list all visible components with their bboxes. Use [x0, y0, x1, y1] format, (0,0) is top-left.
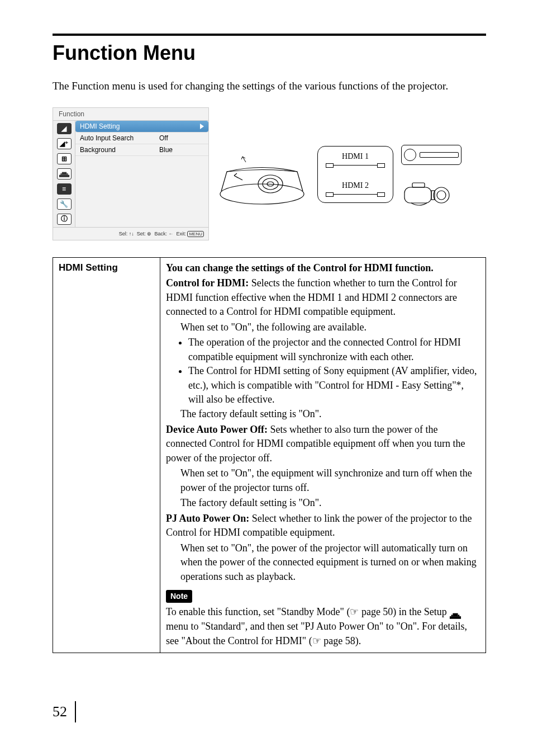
note-pre: To enable this function, set "Standby Mo…	[166, 606, 350, 617]
svg-point-4	[220, 184, 304, 204]
note-section: Note To enable this function, set "Stand…	[166, 585, 480, 649]
dapo-default: The factory default setting is "On".	[166, 496, 480, 511]
pointer-icon: ☞	[350, 606, 359, 617]
osd-row-label: Background	[80, 146, 159, 154]
screen-icon: ⊞	[57, 153, 72, 164]
hdmi2-label: HDMI 2	[326, 181, 385, 190]
control-label: Control for HDMI:	[166, 277, 249, 289]
list-item: The Control for HDMI setting of Sony equ…	[188, 364, 480, 407]
pointer-icon: ☞	[312, 635, 321, 646]
setup-menu-icon	[449, 609, 461, 617]
row-content: You can change the settings of the Contr…	[160, 257, 486, 653]
hdmi1-block: HDMI 1	[326, 152, 385, 168]
camcorder-icon	[401, 179, 457, 207]
svg-rect-8	[404, 187, 431, 203]
osd-row-value	[155, 122, 200, 130]
svg-rect-15	[451, 615, 453, 616]
svg-rect-1	[61, 172, 66, 174]
svg-rect-16	[458, 615, 460, 616]
installation-icon: 🔧	[57, 199, 72, 210]
function-icon: ≡	[57, 183, 72, 195]
svg-rect-2	[60, 173, 62, 175]
svg-rect-3	[66, 173, 68, 175]
note-pageref2: page 58).	[321, 635, 361, 646]
projector-illustration: HDMI 1 HDMI 2	[215, 107, 486, 208]
page-number-value: 52	[53, 703, 67, 720]
lead-sentence: You can change the settings of the Contr…	[166, 261, 480, 276]
page-title: Function Menu	[53, 41, 486, 65]
hdmi1-cable-icon	[326, 163, 385, 168]
list-item: The operation of the projector and the c…	[188, 336, 480, 364]
svg-rect-14	[453, 613, 458, 616]
footer-set: Set:	[137, 231, 146, 237]
svg-rect-0	[59, 174, 69, 177]
info-icon: ⓘ	[57, 214, 72, 225]
note-badge: Note	[166, 590, 192, 603]
spec-table: HDMI Setting You can change the settings…	[53, 257, 486, 654]
osd-icon-column: ◢ ◢⁺ ⊞ ≡ 🔧 ⓘ	[53, 121, 75, 227]
dapo-label: Device Auto Power Off:	[166, 424, 268, 435]
bluray-player-icon	[401, 145, 461, 165]
osd-row-value: Blue	[159, 146, 204, 154]
title-rule	[53, 34, 486, 36]
osd-row-auto-input[interactable]: Auto Input Search Off	[75, 133, 208, 144]
osd-row-background[interactable]: Background Blue	[75, 144, 208, 156]
pjon-on-line: When set to "On", the power of the proje…	[166, 541, 480, 584]
footer-menu-badge: MENU	[187, 231, 204, 237]
note-pageref1: page 50) in the Setup	[359, 606, 449, 617]
hdmi-ports: HDMI 1 HDMI 2	[317, 146, 393, 203]
devices	[401, 141, 461, 207]
footer-exit: Exit:	[176, 231, 186, 237]
setup-icon	[57, 168, 72, 179]
pj-auto-power-on: PJ Auto Power On: Select whether to link…	[166, 512, 480, 540]
osd-row-label: Auto Input Search	[80, 134, 159, 142]
page-number: 52	[53, 702, 76, 724]
dapo-on-line: When set to "On", the equipment will syn…	[166, 466, 480, 495]
svg-point-10	[437, 191, 446, 200]
osd-row-hdmi-setting[interactable]: HDMI Setting	[75, 121, 208, 133]
osd-footer: Sel: ↑↓ Set: ⊕ Back: ← Exit: MENU	[53, 227, 208, 240]
osd-rows: HDMI Setting Auto Input Search Off Backg…	[75, 121, 208, 227]
chevron-right-icon	[200, 124, 204, 129]
svg-rect-12	[412, 183, 425, 187]
note-text: To enable this function, set "Standby Mo…	[166, 605, 480, 648]
projector-icon	[215, 141, 310, 208]
osd-menu-header: Function	[53, 108, 208, 120]
control-on-line: When set to "On", the following are avai…	[166, 320, 480, 335]
device-auto-power-off: Device Auto Power Off: Sets whether to a…	[166, 423, 480, 466]
intro-text: The Function menu is used for changing t…	[53, 78, 486, 94]
footer-sel: Sel:	[119, 231, 128, 237]
control-for-hdmi: Control for HDMI: Selects the function w…	[166, 276, 480, 319]
pjon-label: PJ Auto Power On:	[166, 513, 249, 524]
osd-menu-body: ◢ ◢⁺ ⊞ ≡ 🔧 ⓘ HDMI Setting	[53, 120, 208, 227]
adv-picture-icon: ◢⁺	[57, 138, 72, 149]
hdmi2-block: HDMI 2	[326, 181, 385, 197]
osd-row-label: HDMI Setting	[80, 122, 155, 130]
hdmi2-cable-icon	[326, 192, 385, 197]
row-heading: HDMI Setting	[53, 257, 160, 653]
svg-point-9	[434, 187, 449, 203]
osd-row-value: Off	[159, 134, 204, 142]
osd-menu-panel: Function ◢ ◢⁺ ⊞ ≡ 🔧 ⓘ HDMI Setting	[53, 107, 209, 240]
control-bullets: The operation of the projector and the c…	[188, 336, 480, 407]
footer-back: Back:	[154, 231, 167, 237]
control-default: The factory default setting is "On".	[166, 407, 480, 422]
page-number-rule	[75, 701, 76, 722]
table-row: HDMI Setting You can change the settings…	[53, 257, 486, 653]
svg-rect-13	[450, 616, 461, 619]
hdmi1-label: HDMI 1	[326, 152, 385, 161]
picture-icon: ◢	[57, 123, 72, 134]
